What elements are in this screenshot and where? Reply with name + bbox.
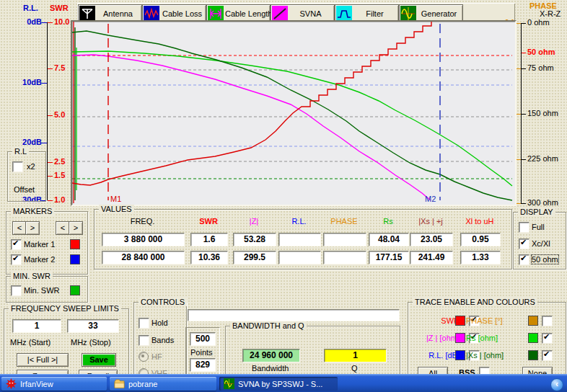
- trace-label-z-ohm: |Z | [ohm]: [408, 334, 460, 342]
- trace-swatch-phase[interactable]: [528, 316, 538, 326]
- taskbar-chevron-icon[interactable]: ‹: [550, 378, 563, 391]
- svna-app-window: R.L. SWR AntennaCable LossCable LengthSV…: [0, 0, 567, 392]
- full-span-button[interactable]: |< Full >|: [17, 353, 69, 367]
- marker2-next-button[interactable]: >: [69, 221, 83, 235]
- left-axis-rl-tick-label: 20dB: [13, 138, 42, 146]
- values-cell-r1c7[interactable]: 23.05: [410, 233, 453, 246]
- marker1-color-swatch[interactable]: [70, 239, 80, 249]
- left-axis-line: [47, 22, 48, 200]
- values-column-header-freq: FREQ.: [102, 217, 183, 226]
- trace-checkbox-rs-ohm[interactable]: [542, 333, 553, 344]
- right-axis-ohm-tick-label: 75 ohm: [527, 63, 554, 72]
- left-axis-rl-tick-label: 0dB: [13, 17, 42, 26]
- values-cell-r2c6[interactable]: 177.15: [369, 251, 409, 264]
- points-setting-box[interactable]: 500: [190, 332, 216, 346]
- display-xcxl-label: Xc/Xl: [532, 239, 550, 248]
- status-text-input[interactable]: [188, 309, 400, 321]
- values-cell-r1c4[interactable]: [278, 233, 321, 246]
- values-cell-r2c3[interactable]: 299.5: [233, 251, 276, 264]
- values-cell-r1c2[interactable]: 1.6: [190, 233, 228, 246]
- values-cell-r1c6[interactable]: 48.04: [369, 233, 409, 246]
- sweep-stop-input[interactable]: 33: [67, 319, 119, 333]
- values-cell-r2c1[interactable]: 28 840 000: [102, 251, 185, 264]
- trace-swatch-z-ohm[interactable]: [455, 333, 465, 343]
- values-cell-r1c3[interactable]: 53.28: [233, 233, 276, 246]
- trace-label-r-l-db: R.L. [dB]: [408, 351, 460, 360]
- taskbar-item-irfanview[interactable]: IrfanView: [1, 377, 107, 391]
- values-cell-r1c5[interactable]: [323, 233, 366, 246]
- hf-label: HF: [151, 352, 162, 361]
- markers-group: MARKERS < > < > Marker 1 Marker 2: [6, 211, 88, 275]
- marker1-checkbox[interactable]: [11, 239, 22, 250]
- display-full-label: Full: [532, 223, 545, 231]
- marker-label-m2: M2: [425, 195, 436, 203]
- trace-swatch-swr[interactable]: [455, 316, 465, 326]
- values-cell-r1c8[interactable]: 0.95: [460, 233, 501, 246]
- chart-plot[interactable]: M1M2: [71, 20, 517, 206]
- marker2-label: Marker 2: [24, 255, 55, 264]
- marker1-prev-button[interactable]: <: [12, 221, 27, 235]
- values-cell-r2c7[interactable]: 241.49: [410, 251, 453, 264]
- values-cell-r2c8[interactable]: 1.33: [460, 251, 501, 264]
- values-cell-r2c5[interactable]: [323, 251, 366, 264]
- taskbar-item-pobrane[interactable]: pobrane: [110, 377, 216, 391]
- x2-label: x2: [27, 162, 35, 171]
- hold-checkbox[interactable]: [139, 318, 149, 329]
- bands-checkbox[interactable]: [139, 335, 149, 346]
- left-axis-swr-tick-label: 10.0: [54, 17, 69, 26]
- display-full-checkbox[interactable]: [519, 222, 529, 233]
- left-axis-rl-tick-label: 10dB: [13, 78, 42, 86]
- x2-checkbox[interactable]: [12, 161, 23, 172]
- right-axis-phase-tick: [516, 23, 521, 24]
- right-axis-ohm-tick: [522, 53, 526, 53]
- xrz-axis-title: X-R-Z: [540, 9, 561, 18]
- save-button[interactable]: Save: [82, 353, 116, 367]
- toolbar-button-label: Cable Length: [225, 9, 274, 18]
- hf-radio[interactable]: [139, 352, 149, 362]
- left-axis-swr-tick: [48, 162, 53, 163]
- bands-label: Bands: [151, 336, 174, 344]
- trace-swatch-r-l-db[interactable]: [455, 350, 465, 360]
- sweep-start-input[interactable]: 1: [12, 319, 61, 333]
- bandwidth-label: Bandwidth: [252, 364, 289, 373]
- min-swr-color-swatch[interactable]: [70, 285, 80, 295]
- marker2-color-swatch[interactable]: [70, 254, 80, 264]
- values-cell-r2c4[interactable]: [278, 251, 321, 264]
- marker2-checkbox[interactable]: [11, 254, 22, 265]
- marker2-prev-button[interactable]: <: [56, 221, 70, 235]
- antenna-icon: [79, 6, 95, 22]
- bandwidth-caption: BANDWIDTH and Q: [230, 321, 307, 330]
- values-cell-r1c1[interactable]: 3 880 000: [102, 233, 185, 246]
- trace-checkbox-xs-ohm[interactable]: [542, 350, 553, 361]
- left-axis-swr-tick: [48, 22, 53, 23]
- trace-label-rs-ohm: Rs [ohm]: [466, 334, 480, 342]
- chart-canvas: M1M2: [72, 22, 515, 205]
- display-50ohm-checkbox[interactable]: [519, 254, 529, 265]
- sweep-start-label: MHz (Start): [10, 338, 50, 347]
- left-axis-swr-tick-label: 2.5: [54, 157, 65, 166]
- trace-checkbox-phase[interactable]: [542, 316, 553, 326]
- left-axis-swr-tick-label: 5.0: [54, 110, 65, 119]
- taskbar-item-svna[interactable]: SVNA by SP3SWJ - S...: [219, 377, 338, 391]
- left-axis-swr-tick-label: 7.5: [54, 63, 65, 72]
- right-axis-ohm-tick-label: 0 ohm: [527, 18, 550, 27]
- offset-label[interactable]: Offset: [14, 185, 35, 194]
- display-caption: DISPLAY: [518, 208, 555, 216]
- values-cell-r2c2[interactable]: 10.36: [190, 251, 228, 264]
- right-axis-ohm-tick: [522, 23, 526, 24]
- right-axis-ohm-tick: [522, 68, 526, 69]
- display-group: DISPLAY Full Xc/Xl 50 ohm: [513, 212, 566, 270]
- generator-icon: [400, 6, 416, 22]
- display-xcxl-checkbox[interactable]: [519, 239, 529, 249]
- toolbar-button-label: SVNA: [289, 9, 334, 18]
- points-actual-box[interactable]: 829: [190, 358, 216, 372]
- left-axis-swr-tick: [48, 200, 53, 201]
- marker1-next-button[interactable]: >: [25, 221, 40, 235]
- left-axis-swr-tick-label: 1.5: [54, 171, 65, 179]
- trace-swatch-rs-ohm[interactable]: [528, 333, 538, 343]
- right-axis-phase-tick: [516, 159, 521, 160]
- trace-swatch-xs-ohm[interactable]: [528, 350, 538, 360]
- min-swr-checkbox[interactable]: [11, 285, 22, 296]
- values-column-header-z: |Z|: [233, 217, 275, 226]
- values-column-header-rs: Rs: [369, 217, 408, 226]
